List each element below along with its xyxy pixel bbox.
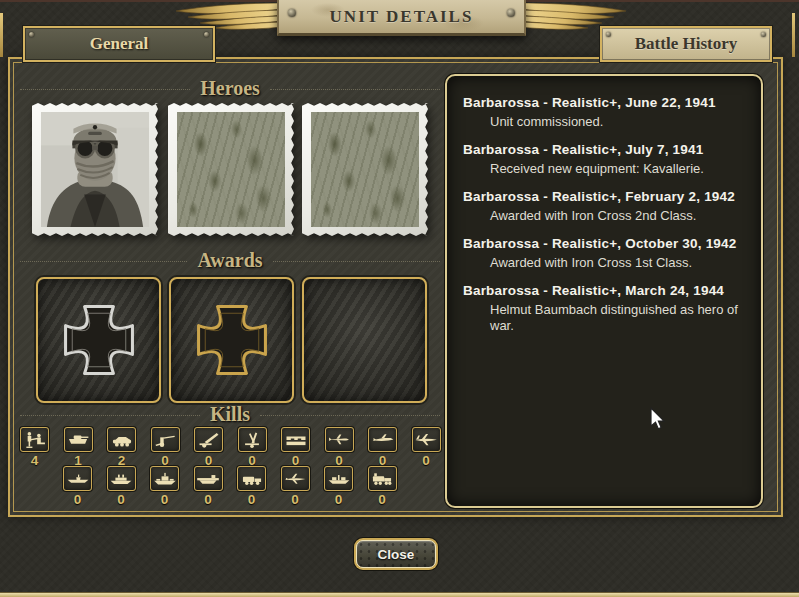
battle-history-entry-header: Barbarossa - Realistic+, July 7, 1941 [463, 141, 749, 159]
hero-portrait-photo [41, 112, 149, 227]
unit-details-screen: UNIT DETAILS General Battle History Hero… [0, 0, 799, 597]
kill-cell-air-transport: 0 [280, 466, 311, 507]
award-slot-iron-cross-2nd-class [36, 277, 161, 403]
screw-icon [288, 9, 296, 17]
kill-icon-box [325, 427, 354, 452]
screw-icon [507, 9, 515, 17]
kill-icon-box [151, 427, 180, 452]
kill-cell-land-transport: 0 [236, 466, 267, 507]
kills-heading: Kills [20, 402, 440, 426]
kill-cell-infantry: 4 [19, 427, 50, 468]
kill-cell-fortification: 0 [280, 427, 311, 468]
kills-row-2: 0 0 0 0 0 [62, 466, 398, 507]
hero-photo-slot-3 [302, 103, 428, 236]
empty-photo-texture [311, 112, 419, 227]
kill-icon-box [20, 427, 49, 452]
dotted-rule [273, 261, 440, 262]
battle-history-panel[interactable]: Barbarossa - Realistic+, June 22, 1941 U… [445, 74, 763, 508]
close-button[interactable]: Close [356, 540, 436, 568]
awards-heading-label: Awards [197, 249, 262, 272]
tank-icon [65, 430, 91, 449]
kill-icon-box [237, 466, 266, 491]
dotted-rule [270, 89, 440, 90]
kill-cell-recon: 2 [106, 427, 137, 468]
kill-cell-sea-transport: 0 [323, 466, 354, 507]
kills-heading-label: Kills [210, 403, 250, 426]
armored-train-icon [369, 469, 395, 488]
kill-cell-armored-train: 0 [367, 466, 398, 507]
kill-cell-strategic-bomber: 0 [411, 427, 442, 468]
empty-photo-texture [177, 112, 285, 227]
screw-icon [606, 32, 611, 37]
kill-cell-destroyer: 0 [106, 466, 137, 507]
destroyer-icon [108, 469, 134, 488]
dotted-rule [260, 415, 440, 416]
capital-ship-icon [152, 469, 178, 488]
strategic-bomber-icon [413, 430, 439, 449]
battle-history-entry: Barbarossa - Realistic+, July 7, 1941 Re… [463, 141, 749, 177]
kill-cell-tank: 1 [63, 427, 94, 468]
iron-cross-gold-icon [194, 302, 270, 378]
heroes-heading-label: Heroes [200, 77, 260, 100]
kill-count: 0 [422, 453, 430, 468]
recon-icon [109, 430, 135, 449]
kill-cell-artillery: 0 [193, 427, 224, 468]
left-edge-gold-line [0, 13, 3, 57]
screw-icon [29, 32, 34, 37]
hero-photo-slot-1 [32, 103, 158, 236]
battle-history-entry-header: Barbarossa - Realistic+, March 24, 1944 [463, 282, 749, 300]
tab-battle-history[interactable]: Battle History [600, 26, 772, 62]
kill-cell-submarine: 0 [62, 466, 93, 507]
kill-cell-capital-ship: 0 [149, 466, 180, 507]
battle-history-entry: Barbarossa - Realistic+, June 22, 1941 U… [463, 94, 749, 130]
battle-history-entry-detail: Helmut Baumbach distinguished as hero of… [490, 302, 749, 334]
infantry-icon [22, 430, 48, 449]
kill-icon-box [412, 427, 441, 452]
battle-history-entry-header: Barbarossa - Realistic+, February 2, 194… [463, 188, 749, 206]
anti-air-icon [239, 430, 265, 449]
tab-general[interactable]: General [23, 26, 215, 62]
kill-cell-fighter: 0 [324, 427, 355, 468]
battle-history-entry-detail: Unit commissioned. [490, 114, 749, 130]
tactical-bomber-icon [370, 430, 396, 449]
window-title-plaque: UNIT DETAILS [277, 0, 526, 36]
right-edge-gold-line [792, 13, 795, 57]
kill-cell-tactical-bomber: 0 [367, 427, 398, 468]
battle-history-entry: Barbarossa - Realistic+, March 24, 1944 … [463, 282, 749, 334]
tab-general-label: General [90, 34, 149, 54]
kill-count: 0 [335, 492, 343, 507]
kill-cell-anti-tank: 0 [150, 427, 181, 468]
hero-photo-slot-2 [168, 103, 294, 236]
kill-count: 0 [291, 492, 299, 507]
kill-count: 4 [31, 453, 39, 468]
submarine-icon [65, 469, 91, 488]
awards-heading: Awards [20, 248, 440, 272]
heroes-heading: Heroes [20, 76, 440, 100]
kill-icon-box [368, 466, 397, 491]
kill-icon-box [368, 427, 397, 452]
kill-icon-box [150, 466, 179, 491]
sea-transport-icon [326, 469, 352, 488]
dotted-rule [20, 261, 187, 262]
artillery-icon [196, 430, 222, 449]
screw-icon [761, 32, 766, 37]
kill-icon-box [107, 466, 136, 491]
kill-icon-box [63, 466, 92, 491]
battle-history-entry: Barbarossa - Realistic+, February 2, 194… [463, 188, 749, 224]
battle-history-entry-header: Barbarossa - Realistic+, June 22, 1941 [463, 94, 749, 112]
screw-icon [204, 32, 209, 37]
kill-cell-anti-air: 0 [237, 427, 268, 468]
kill-icon-box [194, 427, 223, 452]
battle-history-entry-header: Barbarossa - Realistic+, October 30, 194… [463, 235, 749, 253]
aircraft-carrier-icon [195, 469, 221, 488]
kill-cell-aircraft-carrier: 0 [193, 466, 224, 507]
kill-count: 0 [74, 492, 82, 507]
dotted-rule [20, 415, 200, 416]
kill-icon-box [324, 466, 353, 491]
kill-icon-box [64, 427, 93, 452]
bottom-gold-line [0, 592, 799, 597]
kill-count: 0 [378, 492, 386, 507]
tab-battle-history-label: Battle History [635, 34, 737, 54]
battle-history-entry-detail: Awarded with Iron Cross 1st Class. [490, 255, 749, 271]
kill-count: 0 [248, 492, 256, 507]
